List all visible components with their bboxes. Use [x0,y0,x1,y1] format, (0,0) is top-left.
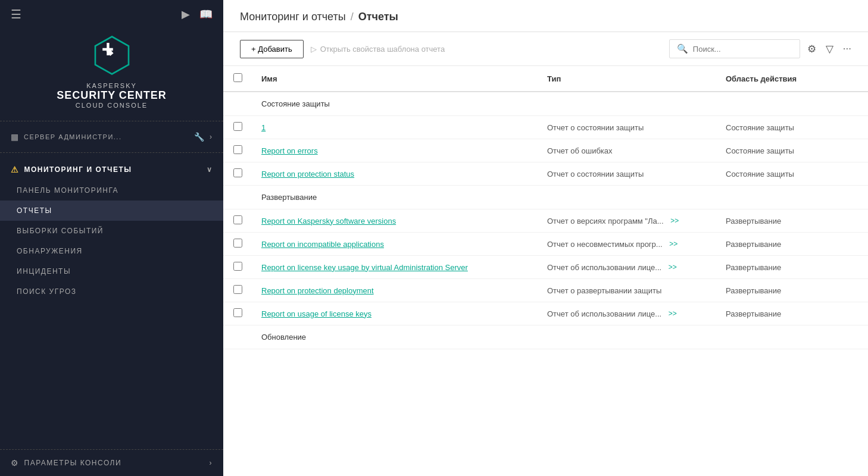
group-name: Состояние защиты [252,92,868,116]
monitoring-section-header[interactable]: ⚠ МОНИТОРИНГ И ОТЧЕТЫ ∨ [0,159,223,180]
type-expand-link[interactable]: >> [669,309,677,318]
row-checkbox[interactable] [233,145,242,154]
logo-kaspersky-text: KASPERSKY [86,82,137,89]
book-icon[interactable]: 📖 [199,8,213,21]
group-checkbox-cell [223,325,252,349]
table-row: 1Отчет о состоянии защитыСостояние защит… [223,116,868,139]
wrench-icon[interactable]: 🔧 [194,132,205,142]
type-expand-link[interactable]: >> [669,240,677,248]
table-body: Состояние защиты1Отчет о состоянии защит… [223,92,868,349]
table-row: Report on Kaspersky software versionsОтч… [223,209,868,233]
row-checkbox[interactable] [233,239,242,248]
settings-filter-button[interactable]: ⚙ [807,43,816,55]
more-button[interactable]: ··· [843,43,851,55]
sidebar-item-params[interactable]: ⚙ ПАРАМЕТРЫ КОНСОЛИ › [0,450,223,476]
group-checkbox-cell [223,186,252,209]
row-scope-cell: Развертывание [716,256,868,279]
hamburger-icon[interactable]: ☰ [11,7,21,21]
type-expand-link[interactable]: >> [669,263,677,271]
checkbox-header[interactable] [223,66,252,92]
sidebar: ☰ ▶ 📖 KASPERSKY SECURITY CENTER CLOUD CO… [0,0,223,476]
warning-icon: ⚠ [11,165,20,174]
row-type-cell: Отчет о версиях программ "Ла... >> [538,209,716,233]
table-row: Report on usage of license keysОтчет об … [223,302,868,325]
row-checkbox-cell[interactable] [223,302,252,325]
row-checkbox[interactable] [233,308,242,317]
sidebar-item-events[interactable]: ВЫБОРКИ СОБЫТИЙ [0,221,223,241]
table-row: Report on protection statusОтчет о состо… [223,162,868,186]
report-link[interactable]: 1 [261,123,266,132]
row-scope-cell: Состояние защиты [716,139,868,162]
row-name-cell[interactable]: Report on incompatible applications [252,233,538,256]
main-content: Мониторинг и отчеты / Отчеты + Добавить … [223,0,868,476]
sidebar-bottom: ⚙ ПАРАМЕТРЫ КОНСОЛИ › [0,449,223,476]
report-link[interactable]: Report on usage of license keys [261,309,371,318]
row-name-cell[interactable]: Report on usage of license keys [252,302,538,325]
breadcrumb-parent: Мониторинг и отчеты [240,11,346,23]
type-text: Отчет о несовместимых прогр... [547,240,663,249]
row-type-cell: Отчет о состоянии защиты [538,116,716,139]
sidebar-item-reports[interactable]: ОТЧЕТЫ [0,201,223,221]
row-checkbox-cell[interactable] [223,116,252,139]
type-expand-link[interactable]: >> [670,217,679,225]
row-checkbox-cell[interactable] [223,279,252,302]
col-header-type: Тип [538,66,716,92]
breadcrumb-separator: / [351,11,354,23]
row-checkbox[interactable] [233,215,242,224]
col-header-name: Имя [252,66,538,92]
report-link[interactable]: Report on errors [261,146,318,155]
row-type-cell: Отчет об использовании лице... >> [538,302,716,325]
type-text: Отчет об использовании лице... [547,263,661,272]
report-link[interactable]: Report on protection deployment [261,286,374,295]
truncated-type: Отчет об использовании лице... >> [547,309,707,318]
play-icon: ▷ [311,45,317,54]
report-link[interactable]: Report on protection status [261,170,354,178]
report-link[interactable]: Report on Kaspersky software versions [261,217,396,226]
row-checkbox-cell[interactable] [223,162,252,186]
row-checkbox-cell[interactable] [223,209,252,233]
search-input[interactable] [693,45,788,54]
select-all-checkbox[interactable] [233,73,242,82]
row-scope-cell: Состояние защиты [716,116,868,139]
row-type-cell: Отчет об ошибках [538,139,716,162]
sidebar-monitoring-section: ⚠ МОНИТОРИНГ И ОТЧЕТЫ ∨ ПАНЕЛЬ МОНИТОРИН… [0,152,223,308]
sidebar-item-threats[interactable]: ПОИСК УГРОЗ [0,281,223,302]
add-button[interactable]: + Добавить [240,40,304,58]
table-row: Report on incompatible applicationsОтчет… [223,233,868,256]
sidebar-item-monitoring[interactable]: ПАНЕЛЬ МОНИТОРИНГА [0,180,223,201]
row-checkbox[interactable] [233,285,242,294]
table-group-row: Развертывание [223,186,868,209]
row-name-cell[interactable]: Report on license key usage by virtual A… [252,256,538,279]
server-label: СЕРВЕР АДМИНИСТРИ... [24,133,189,140]
report-link[interactable]: Report on incompatible applications [261,240,384,249]
row-type-cell: Отчет о развертывании защиты [538,279,716,302]
sidebar-item-incidents[interactable]: ИНЦИДЕНТЫ [0,261,223,281]
params-chevron-icon: › [210,459,213,467]
row-checkbox[interactable] [233,168,242,177]
row-checkbox[interactable] [233,122,242,131]
row-name-cell[interactable]: Report on protection deployment [252,279,538,302]
table-row: Report on license key usage by virtual A… [223,256,868,279]
row-type-cell: Отчет об использовании лице... >> [538,256,716,279]
group-name: Обновление [252,325,868,349]
row-checkbox-cell[interactable] [223,256,252,279]
open-template-label: Открыть свойства шаблона отчета [320,45,445,54]
row-name-cell[interactable]: 1 [252,116,538,139]
row-name-cell[interactable]: Report on errors [252,139,538,162]
breadcrumb-current: Отчеты [358,11,398,23]
row-name-cell[interactable]: Report on Kaspersky software versions [252,209,538,233]
server-row[interactable]: ▦ СЕРВЕР АДМИНИСТРИ... 🔧 › [0,127,223,146]
sidebar-item-detections[interactable]: ОБНАРУЖЕНИЯ [0,241,223,261]
row-checkbox-cell[interactable] [223,233,252,256]
report-link[interactable]: Report on license key usage by virtual A… [261,263,468,272]
search-box[interactable]: 🔍 [669,39,800,58]
row-checkbox-cell[interactable] [223,139,252,162]
filter-button[interactable]: ▽ [826,43,833,55]
monitoring-label: МОНИТОРИНГ И ОТЧЕТЫ [24,165,202,174]
table-row: Report on errorsОтчет об ошибкахСостояни… [223,139,868,162]
monitoring-chevron-icon: ∨ [207,165,213,174]
video-icon[interactable]: ▶ [182,8,190,21]
row-checkbox[interactable] [233,262,242,271]
type-text: Отчет о версиях программ "Ла... [547,217,664,226]
row-name-cell[interactable]: Report on protection status [252,162,538,186]
